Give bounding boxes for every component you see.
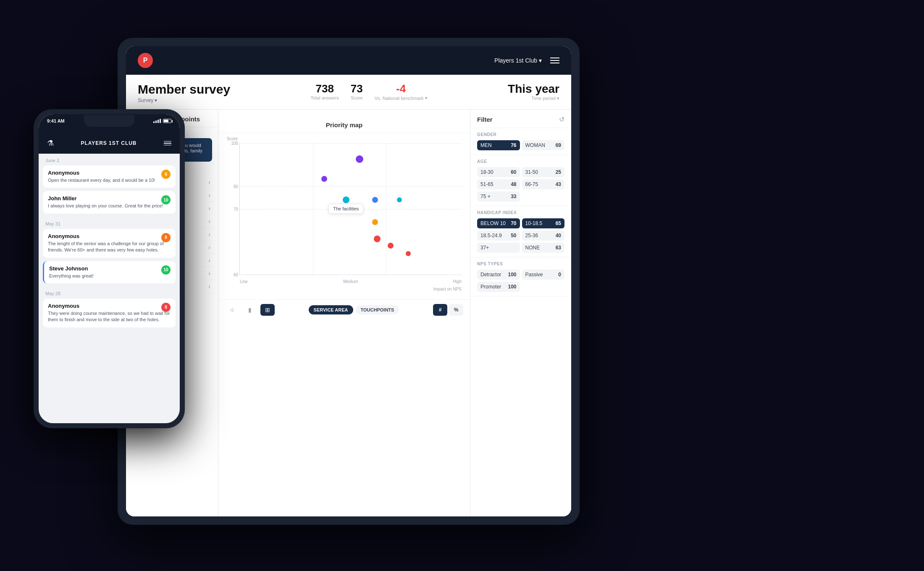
phone-notch (84, 115, 134, 127)
filter-section: Age18-306031-502551-654866-754375 +33 (470, 155, 571, 206)
map-dot-2 (321, 176, 327, 182)
map-dot-5 (397, 197, 402, 202)
phone-nav: ⚗ PLAYERS 1ST CLUB (39, 123, 180, 154)
phone-screen: 9:41 AM ⚗ PLAYERS 1ST CLUB June (39, 114, 180, 423)
filter-item-detractor[interactable]: Detractor100 (477, 270, 520, 280)
benchmark-stat[interactable]: -4 Vs. National benchmark ▾ (375, 82, 428, 101)
filter-item-promoter[interactable]: Promoter100 (477, 282, 520, 292)
filter-item-66-75[interactable]: 66-7543 (522, 179, 565, 189)
map-y-label: Score (227, 136, 238, 141)
map-grid: 100 80 70 60 Low Medium High Impact on N… (239, 143, 462, 275)
phone-card[interactable]: Anonymous The lenght of the senior was a… (43, 229, 176, 258)
app-logo: P (138, 53, 153, 68)
filter-item-51-65[interactable]: 51-6548 (477, 179, 520, 189)
filter-section: GenderMEN76WOMAN69 (470, 128, 571, 155)
filter-item-18-30[interactable]: 18-3060 (477, 167, 520, 177)
filter-item-25-36[interactable]: 25-3640 (522, 230, 565, 241)
filter-grid: MEN76WOMAN69 (477, 140, 564, 150)
filter-item-below-10[interactable]: BELOW 1070 (477, 218, 520, 228)
phone-card[interactable]: Anonymous Open the restaurant every day,… (43, 165, 176, 188)
tablet-screen: P Players 1st Club ▾ Member survey Surve… (126, 46, 571, 516)
card-text: They were doing course maintenance, so w… (48, 310, 171, 323)
phone-time: 9:41 AM (47, 118, 65, 123)
survey-subtitle: Survey ▾ (138, 97, 230, 103)
nav-right: Players 1st Club ▾ (494, 57, 559, 64)
filter-panel: Filter ↺ GenderMEN76WOMAN69Age18-306031-… (470, 110, 571, 516)
card-text: I always love playing on your course. Gr… (48, 203, 171, 209)
filter-item-10-18.5[interactable]: 10-18.565 (522, 218, 565, 228)
signal-icon (153, 119, 161, 123)
filter-item-none[interactable]: NONE63 (522, 243, 565, 253)
phone-filter-icon[interactable]: ⚗ (47, 139, 54, 148)
map-dot-4 (372, 197, 378, 203)
filter-grid: Detractor100Passive0Promoter100 (477, 270, 564, 292)
grid-chart-icon[interactable]: ⊞ (260, 304, 275, 316)
x-axis-label: Impact on NPS (433, 287, 462, 291)
map-dot-7 (374, 236, 381, 242)
time-period-block[interactable]: This year Time period ▾ (508, 82, 559, 101)
phone-status-icons (153, 119, 171, 123)
filter-reset-icon[interactable]: ↺ (559, 115, 564, 123)
card-name: John Miller (48, 195, 171, 202)
phone-card[interactable]: John Miller I always love playing on you… (43, 191, 176, 213)
filter-sections: GenderMEN76WOMAN69Age18-306031-502551-65… (470, 128, 571, 296)
filter-item-37+[interactable]: 37+ (477, 243, 520, 253)
card-name: Steve Johnson (49, 265, 171, 272)
scatter-chart-icon[interactable]: ⊹ (225, 304, 239, 316)
survey-title: Member survey (138, 82, 230, 96)
bar-chart-icon[interactable]: ▮ (243, 304, 257, 316)
card-text: Open the restaurant every day, and it wo… (48, 177, 171, 183)
filter-item-75-+[interactable]: 75 +33 (477, 191, 520, 202)
x-label-medium: Medium (343, 279, 358, 284)
date-separator: May 31 (39, 217, 180, 229)
filter-section: Handicap indexBELOW 107010-18.56518.5-24… (470, 206, 571, 257)
filter-grid: 18-306031-502551-654866-754375 +33 (477, 167, 564, 202)
x-label-low: Low (240, 279, 247, 284)
y-tick-80: 80 (234, 184, 240, 189)
map-dot-1 (356, 155, 363, 163)
score-badge: 10 (161, 265, 171, 275)
tablet: P Players 1st Club ▾ Member survey Surve… (118, 38, 580, 525)
score-badge: 8 (161, 303, 171, 312)
date-separator: June 2 (39, 154, 180, 165)
y-tick-70: 70 (234, 207, 240, 211)
filter-section-title: Handicap index (477, 210, 564, 215)
card-name: Anonymous (48, 233, 171, 239)
priority-map-panel: Priority map Score 100 80 70 (218, 110, 470, 516)
filter-item-31-50[interactable]: 31-5025 (522, 167, 565, 177)
phone-card[interactable]: Steve Johnson Everything was great! 10 (43, 261, 176, 283)
y-tick-60: 60 (234, 272, 240, 277)
phone-feed[interactable]: June 2 Anonymous Open the restaurant eve… (39, 154, 180, 423)
filter-item-woman[interactable]: WOMAN69 (522, 140, 565, 150)
filter-section: NPS TypesDetractor100Passive0Promoter100 (470, 257, 571, 296)
map-toggle-group: SERVICE AREA TOUCHPOINTS (309, 305, 399, 314)
filter-item-men[interactable]: MEN76 (477, 140, 520, 150)
phone-menu-icon[interactable] (164, 141, 171, 146)
number-toggle-btn[interactable]: # (433, 304, 447, 316)
club-selector[interactable]: Players 1st Club ▾ (494, 57, 542, 64)
map-dot-8 (388, 243, 394, 249)
service-area-btn[interactable]: SERVICE AREA (309, 305, 353, 314)
score-stat: 73 Score (351, 82, 363, 100)
battery-icon (163, 119, 171, 123)
phone-card[interactable]: Anonymous They were doing course mainten… (43, 299, 176, 327)
percent-toggle-btn[interactable]: % (449, 304, 463, 316)
survey-info: Member survey Survey ▾ (138, 82, 230, 103)
filter-grid: BELOW 107010-18.56518.5-24.95025-364037+… (477, 218, 564, 253)
panels-container: Evaluations points Net promoter score " … (126, 110, 571, 516)
hamburger-menu[interactable] (550, 58, 559, 63)
filter-section-title: NPS Types (477, 262, 564, 266)
filter-item-18.5-24.9[interactable]: 18.5-24.950 (477, 230, 520, 241)
touchpoints-btn[interactable]: TOUCHPOINTS (356, 305, 399, 314)
map-dot-3 (343, 196, 349, 203)
map-bottom-controls: ⊹ ▮ ⊞ SERVICE AREA TOUCHPOINTS # % (218, 299, 470, 320)
score-badge: 9 (161, 170, 171, 179)
filter-item-passive[interactable]: Passive0 (522, 270, 565, 280)
score-badge: 8 (161, 233, 171, 242)
card-name: Anonymous (48, 303, 171, 309)
card-text: The lenght of the senior was a challenge… (48, 241, 171, 254)
card-name: Anonymous (48, 170, 171, 176)
map-dot-9 (406, 251, 411, 256)
y-tick-100: 100 (231, 141, 240, 146)
filter-section-title: Age (477, 159, 564, 164)
